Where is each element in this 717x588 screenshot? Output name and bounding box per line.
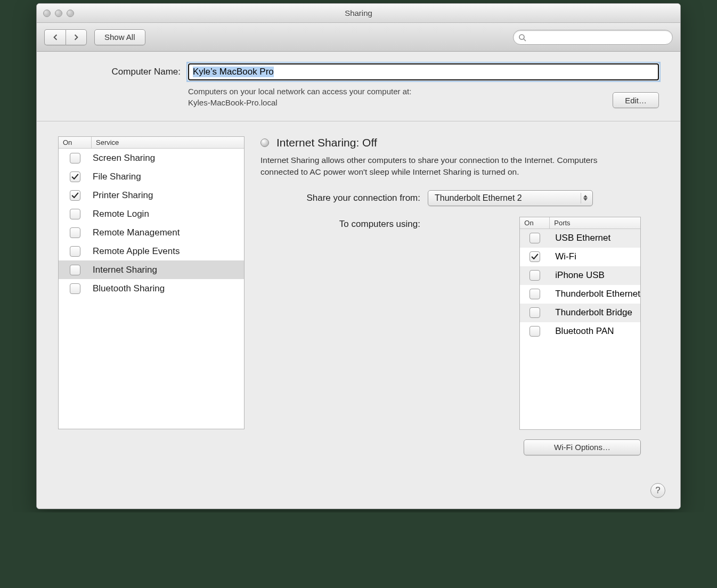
services-header: On Service (59, 137, 244, 149)
service-detail: Internet Sharing: Off Internet Sharing a… (260, 136, 659, 455)
col-on: On (59, 137, 92, 148)
edit-hostname-button[interactable]: Edit… (613, 92, 659, 108)
sharing-preferences-window: Sharing Show All Computer Name: Computer… (36, 3, 681, 509)
search-icon (518, 34, 527, 42)
service-checkbox[interactable] (70, 209, 80, 219)
chevron-left-icon (52, 34, 59, 40)
port-row[interactable]: Thunderbolt Ethernet (520, 285, 640, 304)
ports-list: On Ports USB EthernetWi-FiiPhone USBThun… (519, 217, 641, 430)
service-label: Remote Apple Events (92, 246, 244, 257)
computer-name-label: Computer Name: (58, 67, 181, 77)
forward-button[interactable] (66, 29, 87, 45)
search-field[interactable] (513, 30, 673, 45)
help-button[interactable]: ? (650, 483, 665, 498)
svg-point-0 (519, 35, 524, 39)
service-checkbox[interactable] (70, 227, 80, 238)
port-row[interactable]: iPhone USB (520, 266, 640, 285)
service-checkbox[interactable] (70, 265, 80, 275)
service-checkbox[interactable] (70, 172, 80, 182)
hint-line-2: Kyles-MacBook-Pro.local (188, 98, 278, 107)
service-checkbox[interactable] (70, 246, 80, 257)
port-checkbox[interactable] (529, 233, 540, 243)
status-description: Internet Sharing allows other computers … (260, 154, 633, 178)
port-label: Bluetooth PAN (550, 326, 640, 337)
service-label: Remote Login (92, 209, 244, 219)
status-title: Internet Sharing: Off (276, 136, 377, 149)
port-label: USB Ethernet (550, 233, 640, 243)
service-row[interactable]: Printer Sharing (59, 186, 244, 205)
service-label: File Sharing (92, 172, 244, 182)
ports-body[interactable]: USB EthernetWi-FiiPhone USBThunderbolt E… (520, 229, 640, 341)
titlebar: Sharing (37, 4, 680, 23)
ports-label: To computers using: (260, 217, 420, 455)
service-checkbox[interactable] (70, 190, 80, 201)
chevron-right-icon (73, 34, 79, 40)
port-label: Thunderbolt Bridge (550, 307, 640, 318)
port-checkbox[interactable] (529, 251, 540, 262)
ports-header: On Ports (520, 217, 640, 229)
services-body[interactable]: Screen SharingFile SharingPrinter Sharin… (59, 149, 244, 429)
updown-icon (581, 193, 589, 203)
show-all-button[interactable]: Show All (94, 29, 145, 45)
service-checkbox[interactable] (70, 153, 80, 164)
service-row[interactable]: Screen Sharing (59, 149, 244, 167)
service-label: Remote Management (92, 227, 244, 238)
service-row[interactable]: Bluetooth Sharing (59, 279, 244, 298)
footer: ? (37, 471, 680, 509)
port-row[interactable]: USB Ethernet (520, 229, 640, 248)
wifi-options-button[interactable]: Wi-Fi Options… (524, 439, 641, 455)
share-from-select[interactable]: Thunderbolt Ethernet 2 (428, 190, 593, 206)
port-row[interactable]: Thunderbolt Bridge (520, 304, 640, 322)
port-checkbox[interactable] (529, 289, 540, 299)
minimize-icon[interactable] (55, 10, 62, 17)
service-label: Screen Sharing (92, 153, 244, 164)
search-input[interactable] (529, 32, 667, 42)
zoom-icon[interactable] (67, 10, 74, 17)
services-list: On Service Screen SharingFile SharingPri… (58, 136, 245, 429)
share-from-label: Share your connection from: (260, 193, 420, 203)
service-row[interactable]: Remote Login (59, 205, 244, 223)
ports-col-ports: Ports (550, 217, 640, 228)
svg-line-1 (524, 39, 526, 41)
port-label: Wi-Fi (550, 251, 640, 262)
ports-col-on: On (520, 217, 550, 228)
port-label: iPhone USB (550, 270, 640, 281)
service-row[interactable]: File Sharing (59, 167, 244, 186)
service-label: Bluetooth Sharing (92, 283, 244, 294)
window-title: Sharing (37, 9, 680, 18)
service-row[interactable]: Remote Management (59, 223, 244, 242)
port-checkbox[interactable] (529, 270, 540, 281)
nav-back-forward (44, 29, 87, 45)
port-row[interactable]: Wi-Fi (520, 248, 640, 266)
service-label: Printer Sharing (92, 190, 244, 201)
window-controls (37, 10, 74, 17)
service-label: Internet Sharing (92, 265, 244, 275)
share-from-value: Thunderbolt Ethernet 2 (435, 193, 522, 203)
service-row[interactable]: Internet Sharing (59, 260, 244, 279)
port-checkbox[interactable] (529, 326, 540, 337)
close-icon[interactable] (43, 10, 51, 17)
port-row[interactable]: Bluetooth PAN (520, 322, 640, 341)
port-checkbox[interactable] (529, 307, 540, 318)
computer-name-input[interactable] (188, 63, 659, 80)
back-button[interactable] (44, 29, 66, 45)
status-led-icon (260, 138, 269, 147)
col-service: Service (92, 137, 244, 148)
service-row[interactable]: Remote Apple Events (59, 242, 244, 260)
computer-name-hint: Computers on your local network can acce… (188, 86, 613, 108)
hint-line-1: Computers on your local network can acce… (188, 87, 411, 96)
computer-name-section: Computer Name: Computers on your local n… (37, 52, 680, 121)
main-section: On Service Screen SharingFile SharingPri… (37, 121, 680, 471)
service-checkbox[interactable] (70, 283, 80, 294)
toolbar: Show All (37, 23, 680, 52)
port-label: Thunderbolt Ethernet (550, 289, 640, 299)
